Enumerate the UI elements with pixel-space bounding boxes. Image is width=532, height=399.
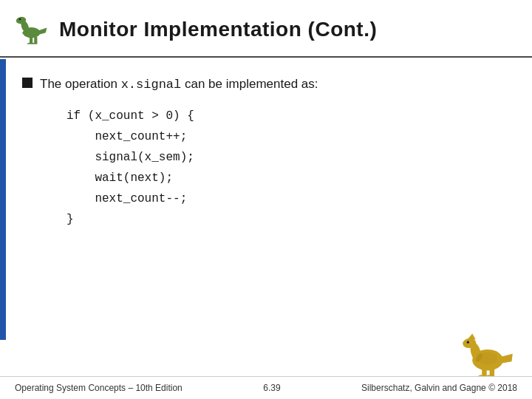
main-content: The operation x.signal can be implemente…	[0, 58, 532, 245]
bullet-square-icon	[22, 78, 33, 88]
svg-marker-5	[39, 27, 47, 34]
footer-page-number: 6.39	[263, 383, 280, 393]
svg-point-4	[19, 18, 21, 21]
footer-copyright: Silberschatz, Galvin and Gagne © 2018	[361, 383, 517, 393]
raptor-icon	[10, 10, 49, 49]
bullet-item: The operation x.signal can be implemente…	[22, 75, 510, 94]
code-line-5: next_count--;	[66, 188, 510, 209]
code-line-4: wait(next);	[66, 168, 510, 188]
code-line-6: }	[66, 209, 510, 230]
bullet-text: The operation x.signal can be implemente…	[40, 75, 318, 94]
hadrosaur-icon	[458, 329, 517, 377]
footer-edition: Operating System Concepts – 10th Edition	[15, 383, 183, 393]
svg-rect-7	[34, 36, 37, 43]
svg-point-15	[467, 341, 469, 344]
svg-marker-14	[468, 334, 476, 341]
bullet-text-suffix: can be implemented as:	[181, 77, 318, 91]
slide-header: Monitor Implementation (Cont.)	[0, 0, 532, 58]
svg-point-22	[478, 352, 497, 365]
left-accent-bar	[0, 59, 6, 340]
code-line-2: next_count++;	[66, 126, 510, 147]
footer-left-text: Operating System Concepts – 10th Edition	[15, 383, 183, 393]
bullet-text-prefix: The operation	[40, 77, 121, 91]
slide-title: Monitor Implementation (Cont.)	[59, 18, 377, 41]
svg-rect-6	[30, 36, 33, 43]
code-line-1: if (x_count > 0) {	[66, 106, 510, 126]
svg-rect-18	[490, 368, 495, 375]
slide: Monitor Implementation (Cont.) The opera…	[0, 0, 532, 399]
svg-marker-16	[501, 354, 513, 364]
svg-rect-17	[482, 368, 487, 375]
bullet-inline-code: x.signal	[121, 78, 182, 92]
slide-footer: Operating System Concepts – 10th Edition…	[0, 376, 532, 399]
code-block: if (x_count > 0) { next_count++; signal(…	[66, 106, 510, 230]
code-line-3: signal(x_sem);	[66, 147, 510, 168]
